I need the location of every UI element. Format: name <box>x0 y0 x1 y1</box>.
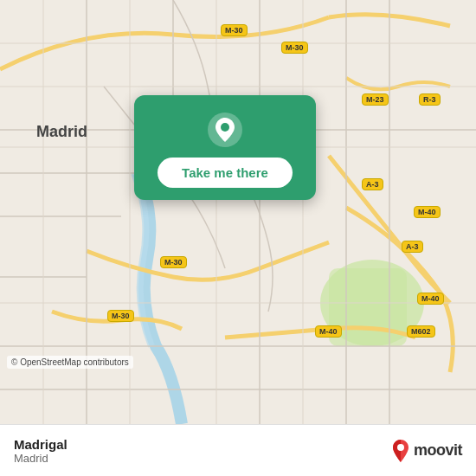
moovit-logo-text: moovit <box>414 441 462 460</box>
location-pin-icon <box>206 111 244 149</box>
location-name: Madrigal <box>14 437 68 452</box>
road-badge-m30-2: M-30 <box>281 42 308 54</box>
road-badge-a3-2: A-3 <box>402 241 423 253</box>
road-badge-m30-1: M-30 <box>221 24 248 36</box>
road-badge-m40-2: M-40 <box>315 325 342 338</box>
map-popup: Take me there <box>134 95 316 200</box>
bottom-bar: Madrigal Madrid moovit <box>0 424 476 476</box>
location-city: Madrid <box>14 452 68 465</box>
road-badge-m602: M602 <box>407 325 435 338</box>
road-badge-m30-3: M-30 <box>160 256 187 268</box>
road-badge-m23: M-23 <box>362 93 389 106</box>
svg-text:Madrid: Madrid <box>36 123 87 140</box>
map-container: Madrid M-30 M-30 M-23 R-3 A-3 A-3 M-40 M… <box>0 0 476 424</box>
moovit-logo: moovit <box>391 439 462 463</box>
road-badge-m30-4: M-30 <box>107 310 134 322</box>
road-badge-m40-1: M-40 <box>414 206 441 218</box>
moovit-pin-icon <box>391 439 410 463</box>
take-me-there-button[interactable]: Take me there <box>158 158 293 188</box>
location-info: Madrigal Madrid <box>14 437 68 465</box>
svg-point-25 <box>397 444 404 451</box>
road-badge-m40-3: M-40 <box>417 293 444 305</box>
road-badge-a3-1: A-3 <box>362 178 383 190</box>
osm-attribution: © OpenStreetMap contributors <box>7 356 133 369</box>
road-badge-r3: R-3 <box>419 93 441 106</box>
svg-point-24 <box>221 123 229 132</box>
